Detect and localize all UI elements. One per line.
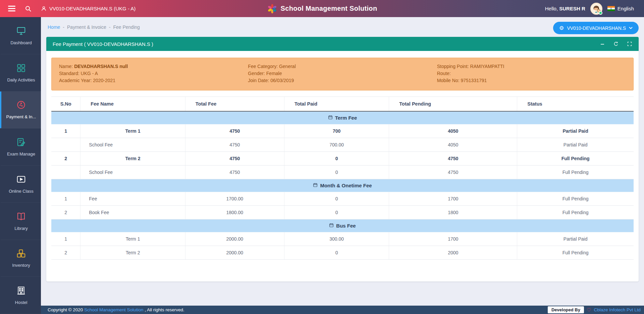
sidebar-item-hostel[interactable]: Hostel [0, 277, 41, 314]
student-info-field: Academic Year: 2020-2021 [59, 77, 248, 84]
fee-section-header-bus-fee: Bus Fee [51, 219, 634, 232]
sidebar: DashboardDaily ActivitiesPayment & In...… [0, 17, 41, 314]
sidebar-item-label: Exam Manage [6, 151, 37, 156]
sno-cell: 1 [51, 232, 80, 246]
sidebar-item-label: Payment & In... [5, 114, 38, 119]
status-cell: Partial Paid [517, 138, 634, 152]
fee-payment-panel: Fee Payment ( VV010-DEVADHARSHAN.S ) [46, 37, 639, 281]
total-pending-cell: 2000 [389, 246, 517, 260]
status-cell: Full Pending [517, 206, 634, 219]
fee-section-title: Bus Fee [336, 223, 356, 229]
fee-row: School Fee475004750Full Pending [51, 166, 634, 179]
current-student-chip[interactable]: VV010-DEVADHARSHAN.S (UKG - A) [41, 6, 136, 11]
total-pending-cell: 4050 [389, 138, 517, 152]
fee-row: 2Term 2475004750Full Pending [51, 152, 634, 166]
column-header-status: Status [517, 97, 634, 112]
breadcrumb-item-fee-pending: Fee Pending [113, 24, 140, 30]
user-avatar[interactable] [590, 3, 602, 15]
total-paid-cell: 700 [284, 124, 389, 138]
fee-section-header-term-fee: Term Fee [51, 111, 634, 124]
current-student-label: VV010-DEVADHARSHAN.S (UKG - A) [49, 6, 136, 11]
sidebar-item-inventory[interactable]: Inventory [0, 240, 41, 277]
total-paid-cell: 0 [284, 152, 389, 166]
fee-row: 2Term 22000.0002000Full Pending [51, 246, 634, 260]
student-info-field: Gender: Female [248, 70, 437, 77]
search-icon[interactable] [25, 5, 32, 12]
monitor-icon [16, 26, 26, 37]
total-fee-cell: 2000.00 [185, 246, 284, 260]
language-selector[interactable]: English [607, 6, 634, 11]
column-header-total-pending: Total Pending [389, 97, 517, 112]
sidebar-item-label: Dashboard [9, 40, 33, 45]
status-cell: Full Pending [517, 166, 634, 179]
sidebar-item-dashboard[interactable]: Dashboard [0, 17, 41, 54]
sno-cell: 1 [51, 192, 80, 206]
total-paid-cell: 0 [284, 192, 389, 206]
grid-icon [16, 63, 26, 74]
total-fee-cell: 2000.00 [185, 232, 284, 246]
sidebar-item-payment-in[interactable]: Payment & In... [0, 91, 41, 129]
refresh-icon[interactable] [613, 41, 619, 47]
student-selector-button[interactable]: ⚙ VV010-DEVADHARSHAN.S [553, 22, 639, 34]
status-cell: Partial Paid [517, 232, 634, 246]
payment-icon [16, 100, 26, 111]
total-pending-cell: 1700 [389, 192, 517, 206]
fee-name-cell: Term 2 [80, 246, 185, 260]
gear-icon: ⚙ [559, 25, 564, 31]
total-fee-cell: 1800.00 [185, 206, 284, 219]
total-pending-cell: 4750 [389, 166, 517, 179]
student-info-column: Fee Category: GeneralGender: FemaleJoin … [248, 63, 437, 84]
fullscreen-icon[interactable] [627, 41, 632, 47]
total-paid-cell: 300.00 [284, 232, 389, 246]
total-pending-cell: 4050 [389, 124, 517, 138]
fee-table-header-row: S.NoFee NameTotal FeeTotal PaidTotal Pen… [51, 97, 634, 112]
fee-name-cell: Term 1 [80, 232, 185, 246]
sidebar-item-label: Daily Activities [6, 77, 36, 82]
fee-name-cell: Term 1 [80, 124, 185, 138]
sno-cell: 2 [51, 246, 80, 260]
fee-row: 1Term 147507004050Partial Paid [51, 124, 634, 138]
sidebar-item-daily-activities[interactable]: Daily Activities [0, 54, 41, 91]
chevron-down-icon [629, 27, 633, 29]
sno-cell: 2 [51, 206, 80, 219]
sno-cell [51, 138, 80, 152]
sidebar-item-label: Inventory [11, 263, 31, 268]
student-info-field: Name: DEVADHARSHAN.S null [59, 63, 248, 70]
status-cell: Full Pending [517, 246, 634, 260]
developed-by-label: Developed By [548, 306, 584, 313]
sidebar-item-label: Hostel [14, 300, 29, 305]
total-pending-cell: 4750 [389, 152, 517, 166]
breadcrumb-separator: - [109, 24, 111, 30]
video-icon [16, 174, 26, 186]
greeting-text: Hello, SURESH R [545, 6, 585, 11]
column-header-total-fee: Total Fee [185, 97, 284, 112]
minimize-icon[interactable] [600, 41, 605, 47]
building-icon [16, 286, 26, 297]
sno-cell: 1 [51, 124, 80, 138]
status-cell: Partial Paid [517, 124, 634, 138]
exam-icon [16, 137, 26, 148]
total-pending-cell: 1800 [389, 206, 517, 219]
sidebar-item-library[interactable]: Library [0, 203, 41, 240]
hamburger-menu-icon[interactable] [8, 6, 15, 11]
total-pending-cell: 1700 [389, 232, 517, 246]
svg-text:S: S [273, 7, 276, 13]
breadcrumb-item-home[interactable]: Home [48, 24, 60, 30]
fee-name-cell: Fee [80, 192, 185, 206]
sidebar-item-online-class[interactable]: Online Class [0, 166, 41, 203]
student-info-box: Name: DEVADHARSHAN.S nullStandard: UKG -… [51, 58, 634, 90]
sidebar-item-label: Library [13, 226, 29, 231]
copyright-link[interactable]: School Management Solution [84, 307, 143, 312]
total-paid-cell: 0 [284, 206, 389, 219]
total-fee-cell: 1700.00 [185, 192, 284, 206]
fee-row: School Fee4750700.004050Partial Paid [51, 138, 634, 152]
panel-title: Fee Payment ( VV010-DEVADHARSHAN.S ) [53, 41, 153, 47]
language-label: English [618, 6, 634, 11]
fee-section-header-month-onetime-fee: Month & Onetime Fee [51, 179, 634, 192]
developer-link[interactable]: Cblaze Infotech Pvt Ltd [594, 307, 641, 312]
library-icon [16, 211, 26, 223]
total-paid-cell: 0 [284, 246, 389, 260]
heart-icon: ♡ [587, 307, 591, 312]
column-header-s-no: S.No [51, 97, 80, 112]
sidebar-item-exam-manage[interactable]: Exam Manage [0, 128, 41, 166]
